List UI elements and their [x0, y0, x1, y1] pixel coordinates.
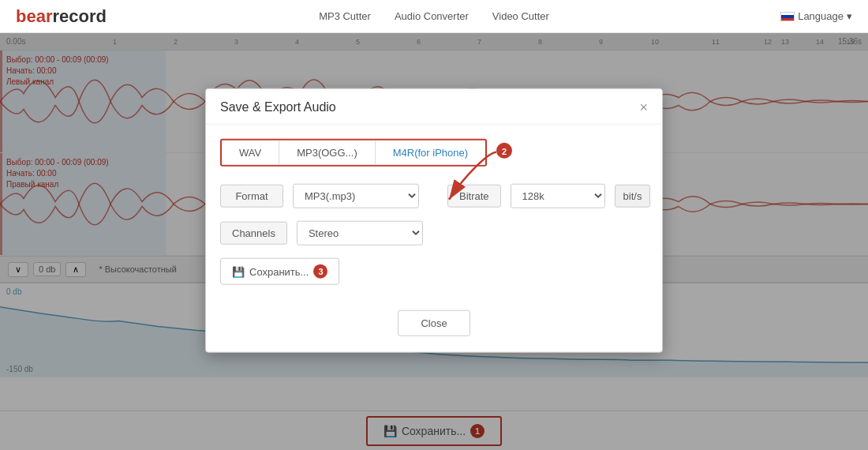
modal-footer: Close [206, 299, 662, 352]
format-label: Format [220, 185, 283, 208]
format-select[interactable]: MP3(.mp3) OGG(.ogg) WAV(.wav) [293, 184, 419, 208]
nav-video-cutter[interactable]: Video Cutter [492, 10, 549, 22]
modal-header: Save & Export Audio × [206, 89, 662, 125]
inner-save-icon: 💾 [232, 265, 245, 277]
logo-bear: bear [16, 6, 52, 26]
modal-close-button[interactable]: × [639, 100, 648, 114]
inner-save-badge: 3 [313, 264, 327, 279]
svg-text:2: 2 [502, 147, 507, 156]
main-area: 0.00s 1 2 3 4 5 6 7 8 9 10 11 12 13 14 1… [0, 33, 868, 450]
tab-wav[interactable]: WAV [222, 141, 279, 165]
format-bitrate-row: Format MP3(.mp3) OGG(.ogg) WAV(.wav) Bit… [220, 184, 648, 208]
nav-mp3-cutter[interactable]: MP3 Cutter [319, 10, 371, 22]
inner-save-row: 💾 Сохранить... 3 [220, 258, 648, 285]
nav-audio-converter[interactable]: Audio Converter [395, 10, 469, 22]
channels-row: Channels Mono Stereo [220, 221, 648, 246]
logo-record: record [52, 6, 106, 26]
language-button[interactable]: Language ▾ [780, 10, 852, 22]
language-label: Language [798, 10, 844, 22]
format-tabs: WAV MP3(OGG...) M4R(for iPhone) [220, 139, 487, 167]
save-export-modal: Save & Export Audio × WAV MP3(OGG...) M4… [205, 88, 663, 353]
modal-body: WAV MP3(OGG...) M4R(for iPhone) Format M… [206, 125, 662, 299]
nav-links: MP3 Cutter Audio Converter Video Cutter [319, 10, 549, 22]
svg-point-8 [496, 143, 512, 159]
tab-mp3[interactable]: MP3(OGG...) [279, 141, 376, 165]
channels-label: Channels [220, 222, 287, 245]
bitrate-label: Bitrate [447, 185, 501, 208]
inner-save-button[interactable]: 💾 Сохранить... 3 [220, 258, 339, 285]
chevron-down-icon: ▾ [847, 10, 852, 22]
inner-save-label: Сохранить... [249, 265, 309, 277]
logo: bearrecord [16, 6, 107, 27]
modal-title: Save & Export Audio [220, 100, 336, 114]
bitrate-unit: bit/s [615, 185, 651, 208]
close-button[interactable]: Close [398, 310, 470, 336]
flag-icon [780, 12, 795, 21]
bitrate-select[interactable]: 64k 96k 128k 192k 256k 320k [511, 184, 605, 208]
channels-select[interactable]: Mono Stereo [297, 221, 423, 246]
tab-m4r[interactable]: M4R(for iPhone) [376, 141, 485, 165]
top-nav: bearrecord MP3 Cutter Audio Converter Vi… [0, 0, 868, 33]
